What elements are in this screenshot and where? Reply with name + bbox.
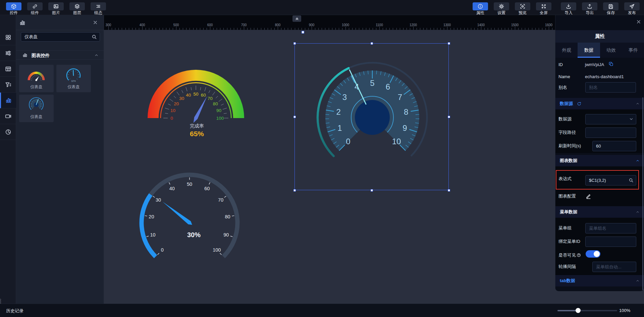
ruler-tick bbox=[179, 28, 180, 30]
strip-item-sliders[interactable] bbox=[0, 45, 16, 61]
gauge-chart-completion[interactable]: 0102030405060708090100完成率65% bbox=[144, 66, 248, 139]
selection-box[interactable] bbox=[294, 43, 449, 190]
ruler-tick bbox=[315, 28, 315, 30]
gauge-tick-label: 20 bbox=[149, 214, 154, 219]
text-input[interactable] bbox=[585, 236, 636, 247]
toolbar-button-publish[interactable] bbox=[624, 2, 640, 10]
chevron-up-icon[interactable] bbox=[636, 102, 640, 106]
selection-resize-handle[interactable] bbox=[448, 116, 450, 118]
toolbar-button-gear[interactable] bbox=[494, 2, 509, 10]
zoom-level-label: 100% bbox=[619, 308, 630, 313]
close-icon[interactable] bbox=[636, 19, 641, 24]
chevron-up-icon[interactable] bbox=[94, 53, 99, 57]
text-input[interactable]: 菜单组名 bbox=[585, 223, 636, 233]
selection-resize-handle[interactable] bbox=[448, 189, 450, 192]
strip-item-bar-chart[interactable] bbox=[0, 93, 16, 108]
toolbar-button-import[interactable] bbox=[561, 2, 576, 10]
panel-scrollbar[interactable] bbox=[642, 97, 643, 290]
toolbar-button-link[interactable] bbox=[27, 2, 43, 10]
strip-item-grid[interactable] bbox=[0, 30, 16, 45]
chevron-up-icon[interactable] bbox=[636, 210, 640, 214]
toolbar-button-fullscreen[interactable] bbox=[536, 2, 551, 10]
ruler-tick bbox=[474, 28, 475, 30]
dashboard-designer-app: 控件组件图片图层组态属性设置预览全屏导入导出保存发布 仪表盘 图表控件 仪表盘3… bbox=[0, 0, 644, 317]
ruler-tick bbox=[210, 27, 210, 30]
toolbar-button-save[interactable] bbox=[603, 2, 619, 10]
selection-resize-handle[interactable] bbox=[293, 189, 296, 192]
ruler-tick bbox=[115, 28, 115, 30]
toolbar-button-menu-lines[interactable] bbox=[91, 2, 106, 10]
edit-icon[interactable] bbox=[586, 193, 591, 199]
section-header-tab数据[interactable]: tab数据 bbox=[555, 275, 644, 286]
zoom-slider[interactable] bbox=[557, 310, 617, 311]
gauge-thumbnail bbox=[19, 95, 54, 114]
ruler-tick bbox=[213, 28, 214, 30]
strip-item-pie[interactable] bbox=[0, 124, 16, 140]
text-input[interactable] bbox=[585, 127, 636, 138]
properties-title: 属性 bbox=[555, 30, 644, 43]
ruler-tick bbox=[410, 28, 410, 30]
horizontal-ruler: 3004005006007008009001000110012001300140… bbox=[104, 15, 555, 30]
zoom-slider-knob[interactable] bbox=[576, 308, 581, 313]
selection-resize-handle[interactable] bbox=[371, 42, 373, 45]
tab-外观[interactable]: 外观 bbox=[555, 43, 578, 58]
toolbar-button-export[interactable] bbox=[582, 2, 597, 10]
text-input[interactable]: 菜单组自动... bbox=[592, 262, 636, 272]
ruler-tick bbox=[146, 28, 146, 30]
ruler-tick bbox=[464, 28, 465, 30]
component-card-gauge[interactable]: 仪表盘 bbox=[19, 95, 54, 122]
strip-item-table[interactable] bbox=[0, 61, 16, 77]
section-header-数据源[interactable]: 数据源 bbox=[555, 98, 644, 109]
toolbar-button-image[interactable] bbox=[48, 2, 64, 10]
toolbar-button-info[interactable] bbox=[473, 2, 488, 10]
ruler-guide-handle[interactable] bbox=[302, 31, 304, 34]
chevron-up-icon[interactable] bbox=[636, 159, 640, 163]
toolbar-button-cube[interactable] bbox=[6, 2, 21, 10]
ruler-tick bbox=[322, 28, 322, 30]
section-header-菜单数据[interactable]: 菜单数据 bbox=[555, 206, 644, 218]
ruler-tick bbox=[430, 28, 431, 30]
component-card-gauge[interactable]: 仪表盘 bbox=[19, 65, 54, 92]
history-button[interactable]: 历史记录 bbox=[6, 308, 23, 314]
toolbar-button-layers[interactable] bbox=[69, 2, 85, 10]
status-bar: 历史记录 100% bbox=[0, 304, 644, 317]
help-icon[interactable] bbox=[577, 253, 581, 257]
alias-input[interactable]: 别名 bbox=[585, 82, 636, 93]
selection-resize-handle[interactable] bbox=[448, 42, 450, 45]
component-card-gauge[interactable]: 32%仪表盘 bbox=[56, 65, 91, 92]
collapse-toolbar-button[interactable] bbox=[292, 15, 301, 22]
strip-item-camera[interactable] bbox=[0, 108, 16, 124]
text-input[interactable]: 60 bbox=[592, 141, 636, 151]
gauge-chart-percent[interactable]: 010203040506070809010030% bbox=[133, 167, 246, 264]
chart-controls-section-header[interactable]: 图表控件 bbox=[16, 50, 104, 60]
gauge-band-rest bbox=[151, 175, 237, 257]
tab-动效[interactable]: 动效 bbox=[600, 43, 622, 58]
visible-toggle[interactable] bbox=[586, 250, 600, 258]
selection-resize-handle[interactable] bbox=[293, 116, 296, 118]
strip-item-funnel[interactable] bbox=[0, 77, 16, 93]
field-label: 刷新时间(s) bbox=[558, 143, 581, 149]
publish-icon bbox=[629, 4, 635, 9]
section-header-图表数据[interactable]: 图表数据 bbox=[555, 155, 644, 166]
ruler-tick bbox=[139, 28, 139, 30]
close-icon[interactable] bbox=[93, 20, 98, 25]
toolbar-button-label: 属性 bbox=[470, 10, 490, 16]
ruler-tick bbox=[112, 28, 112, 30]
ruler-tick bbox=[393, 28, 393, 30]
ruler-tick bbox=[352, 28, 353, 30]
ruler-tick bbox=[396, 28, 397, 30]
tab-事件[interactable]: 事件 bbox=[622, 43, 644, 58]
selection-resize-handle[interactable] bbox=[293, 42, 296, 45]
ruler-label: 1500 bbox=[511, 23, 519, 27]
ruler-tick bbox=[450, 28, 451, 30]
field-label: 字段路径 bbox=[558, 129, 576, 136]
datasource-select[interactable] bbox=[585, 114, 636, 124]
copy-icon[interactable] bbox=[608, 61, 613, 66]
toolbar-button-preview[interactable] bbox=[515, 2, 530, 10]
selection-resize-handle[interactable] bbox=[371, 189, 373, 192]
chevron-up-icon[interactable] bbox=[636, 279, 640, 283]
tab-数据[interactable]: 数据 bbox=[578, 43, 600, 58]
ruler-tick bbox=[454, 28, 454, 30]
search-input[interactable]: 仪表盘 bbox=[21, 32, 100, 42]
refresh-icon[interactable] bbox=[577, 102, 581, 106]
